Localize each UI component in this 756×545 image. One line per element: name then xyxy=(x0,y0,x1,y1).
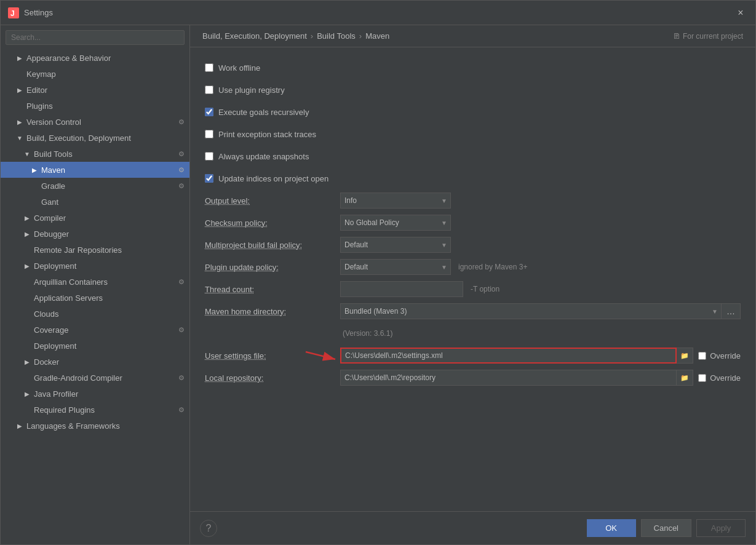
use-plugin-registry-row: Use plugin registry xyxy=(205,82,741,98)
help-icon: ? xyxy=(206,523,212,534)
sidebar-item-docker[interactable]: ▶ Docker xyxy=(1,354,189,370)
folder-icon: 📁 xyxy=(680,374,689,382)
sidebar-item-label: Clouds xyxy=(34,309,58,319)
sidebar-item-gradle-android[interactable]: Gradle-Android Compiler ⚙ xyxy=(1,370,189,386)
sidebar-item-java-profiler[interactable]: ▶ Java Profiler xyxy=(1,386,189,402)
sidebar-item-clouds[interactable]: Clouds xyxy=(1,306,189,322)
settings-icon: ⚙ xyxy=(178,326,185,334)
sidebar-item-build-tools[interactable]: ▼ Build Tools ⚙ xyxy=(1,146,189,162)
expand-arrow: ▶ xyxy=(23,215,31,221)
use-plugin-registry-checkbox[interactable] xyxy=(205,86,213,94)
local-repo-override-checkbox[interactable] xyxy=(698,374,706,382)
sidebar-item-label: Plugins xyxy=(26,101,53,111)
execute-goals-label[interactable]: Execute goals recursively xyxy=(205,108,309,117)
expand-arrow: ▶ xyxy=(15,119,24,125)
thread-count-input[interactable] xyxy=(340,281,463,297)
sidebar-item-version-control[interactable]: ▶ Version Control ⚙ xyxy=(1,114,189,130)
work-offline-label[interactable]: Work offline xyxy=(205,63,260,73)
close-button[interactable]: × xyxy=(733,6,748,20)
sidebar-item-compiler[interactable]: ▶ Compiler xyxy=(1,210,189,226)
always-update-label[interactable]: Always update snapshots xyxy=(205,152,309,161)
maven-home-select[interactable]: Bundled (Maven 3) Custom xyxy=(340,303,722,319)
sidebar-item-plugins[interactable]: Plugins xyxy=(1,98,189,114)
sidebar-item-label: Required Plugins xyxy=(34,405,95,415)
maven-home-label: Maven home directory: xyxy=(205,307,340,316)
plugin-update-policy-select[interactable]: Default Always Never Interval xyxy=(340,259,451,275)
multiproject-policy-select-wrapper: Default Fail At End Fail Fast Never ▼ xyxy=(340,237,451,253)
breadcrumb-separator: › xyxy=(359,31,362,41)
use-plugin-registry-label[interactable]: Use plugin registry xyxy=(205,86,285,95)
sidebar-item-build-exec-deploy[interactable]: ▼ Build, Execution, Deployment xyxy=(1,130,189,146)
output-level-select[interactable]: Info Debug Error Quiet xyxy=(340,193,451,209)
plugin-update-note: ignored by Maven 3+ xyxy=(458,263,527,271)
user-settings-override-checkbox[interactable] xyxy=(698,352,706,360)
multiproject-policy-label: Multiproject build fail policy: xyxy=(205,241,340,250)
sidebar-item-coverage[interactable]: Coverage ⚙ xyxy=(1,322,189,338)
print-exception-label[interactable]: Print exception stack traces xyxy=(205,130,316,139)
sidebar-item-debugger[interactable]: ▶ Debugger xyxy=(1,226,189,242)
plugin-update-policy-label: Plugin update policy: xyxy=(205,263,340,272)
breadcrumb-separator: › xyxy=(311,31,313,41)
plugin-update-policy-row: Plugin update policy: Default Always Nev… xyxy=(205,259,741,275)
local-repo-input[interactable] xyxy=(340,370,677,386)
checksum-policy-label: Checksum policy: xyxy=(205,218,340,228)
search-input[interactable] xyxy=(6,30,185,45)
expand-arrow: ▶ xyxy=(15,423,24,429)
breadcrumb-part-1[interactable]: Build, Execution, Deployment xyxy=(202,31,307,41)
settings-icon: ⚙ xyxy=(178,150,185,158)
sidebar-item-app-servers[interactable]: Application Servers xyxy=(1,290,189,306)
maven-home-browse-button[interactable]: … xyxy=(722,303,741,319)
settings-icon: ⚙ xyxy=(178,166,185,174)
sidebar-item-maven[interactable]: ▶ Maven ⚙ xyxy=(1,162,189,178)
sidebar-item-label: Docker xyxy=(34,357,59,367)
local-repo-row: Local repository: 📁 Override xyxy=(205,370,741,386)
sidebar-item-languages[interactable]: ▶ Languages & Frameworks xyxy=(1,418,189,434)
settings-icon: ⚙ xyxy=(178,406,185,414)
apply-button[interactable]: Apply xyxy=(696,519,746,537)
multiproject-policy-row: Multiproject build fail policy: Default … xyxy=(205,237,741,253)
expand-arrow: ▶ xyxy=(30,167,39,173)
sidebar-item-editor[interactable]: ▶ Editor xyxy=(1,82,189,98)
execute-goals-text: Execute goals recursively xyxy=(218,108,309,117)
settings-icon: ⚙ xyxy=(178,374,185,382)
work-offline-row: Work offline xyxy=(205,60,741,76)
sidebar-item-required-plugins[interactable]: Required Plugins ⚙ xyxy=(1,402,189,418)
folder-icon: 📁 xyxy=(680,352,689,360)
sidebar-item-label: Editor xyxy=(26,86,47,95)
help-button[interactable]: ? xyxy=(200,520,217,537)
user-settings-input[interactable] xyxy=(340,348,677,364)
sidebar-item-deployment[interactable]: ▶ Deployment xyxy=(1,258,189,274)
sidebar-item-gant[interactable]: Gant xyxy=(1,194,189,210)
expand-arrow: ▶ xyxy=(23,263,31,269)
ok-button[interactable]: OK xyxy=(587,519,636,537)
content-area: ▶ Appearance & Behavior Keymap ▶ Editor … xyxy=(1,25,755,544)
multiproject-policy-select[interactable]: Default Fail At End Fail Fast Never xyxy=(340,237,451,253)
update-indices-checkbox[interactable] xyxy=(205,174,213,183)
expand-arrow: ▼ xyxy=(15,135,24,141)
sidebar-item-deployment2[interactable]: Deployment xyxy=(1,338,189,354)
user-settings-row: User settings file: xyxy=(205,348,741,364)
sidebar-item-label: Gradle-Android Compiler xyxy=(34,373,122,383)
sidebar-item-gradle[interactable]: Gradle ⚙ xyxy=(1,178,189,194)
sidebar-item-keymap[interactable]: Keymap xyxy=(1,66,189,82)
user-settings-browse-button[interactable]: 📁 xyxy=(677,348,693,364)
checksum-policy-select[interactable]: No Global Policy Fail Warn Ignore xyxy=(340,215,451,231)
override-label: Override xyxy=(710,373,741,383)
update-indices-label[interactable]: Update indices on project open xyxy=(205,174,328,183)
print-exception-text: Print exception stack traces xyxy=(218,130,316,139)
breadcrumb-part-2[interactable]: Build Tools xyxy=(317,31,356,41)
local-repo-browse-button[interactable]: 📁 xyxy=(677,370,693,386)
settings-icon: ⚙ xyxy=(178,278,185,286)
print-exception-checkbox[interactable] xyxy=(205,130,213,138)
cancel-button[interactable]: Cancel xyxy=(641,519,691,537)
sidebar-item-label: Languages & Frameworks xyxy=(26,421,120,431)
sidebar-item-remote-jar[interactable]: Remote Jar Repositories xyxy=(1,242,189,258)
execute-goals-checkbox[interactable] xyxy=(205,108,213,116)
work-offline-text: Work offline xyxy=(218,63,260,73)
output-level-row: Output level: Info Debug Error Quiet ▼ xyxy=(205,193,741,209)
expand-arrow: ▶ xyxy=(23,391,31,397)
sidebar-item-appearance[interactable]: ▶ Appearance & Behavior xyxy=(1,50,189,66)
always-update-checkbox[interactable] xyxy=(205,152,213,161)
sidebar-item-arquillian[interactable]: Arquillian Containers ⚙ xyxy=(1,274,189,290)
work-offline-checkbox[interactable] xyxy=(205,63,213,72)
